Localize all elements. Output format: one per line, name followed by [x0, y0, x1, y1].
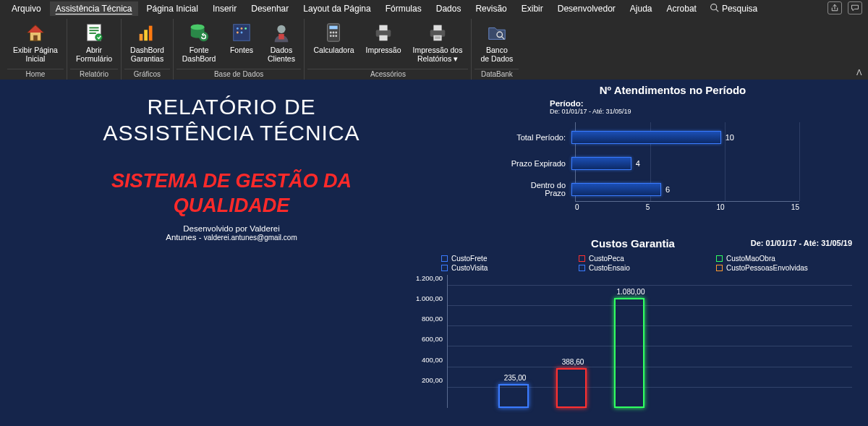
ribbon-btn-label: DashBordGarantias	[130, 46, 164, 63]
author-email: valderei.antunes@gmail.com	[204, 234, 297, 242]
menu-inserir[interactable]: Inserir	[207, 1, 242, 16]
svg-rect-36	[435, 37, 441, 38]
tick: 10	[717, 203, 725, 211]
search-icon	[710, 3, 719, 14]
bar-chart-icon	[135, 21, 158, 44]
svg-point-7	[95, 34, 102, 41]
ribbon-group-databank: Bancode Dados DataBank	[472, 19, 522, 80]
svg-point-29	[336, 35, 338, 37]
collapse-ribbon-button[interactable]: ᐱ	[856, 68, 862, 77]
ribbon-group-graficos: DashBordGarantias Gráficos	[122, 19, 174, 80]
svg-rect-32	[379, 35, 387, 41]
svg-rect-23	[330, 26, 338, 30]
ribbon-group-label: Gráficos	[124, 69, 170, 80]
svg-rect-8	[140, 34, 143, 41]
report-subtitle: SISTEMA DE GESTÃO DA QUALIDADE	[43, 169, 420, 218]
svg-point-24	[330, 32, 332, 34]
bar-category: Prazo Expirado	[492, 159, 571, 168]
ribbon-group-base-de-dados: FonteDashBord Fontes DadosClientes Base …	[174, 19, 305, 80]
menu-bar: Arquivo Assistência Técnica Página Inici…	[0, 0, 868, 17]
dashbord-garantias-button[interactable]: DashBordGarantias	[124, 19, 170, 69]
tick: 0	[575, 203, 579, 211]
svg-rect-2	[33, 35, 38, 41]
ribbon-group-label: Base de Dados	[176, 69, 302, 80]
tick: 5	[646, 203, 650, 211]
ytick: 600,00	[405, 335, 443, 343]
legend-swatch	[441, 265, 448, 271]
svg-rect-31	[379, 25, 387, 31]
fonts-icon	[230, 21, 253, 44]
legend-label: CustoFrete	[451, 255, 487, 263]
svg-point-27	[330, 35, 332, 37]
legend-label: CustoPessoasEnvolvidas	[726, 264, 808, 272]
report-title-block: RELATÓRIO DE ASSISTÊNCIA TÉCNICA SISTEMA…	[43, 94, 420, 242]
tell-me-search[interactable]: Pesquisa	[705, 3, 762, 14]
search-label: Pesquisa	[722, 4, 757, 14]
bar-value: 10	[726, 133, 734, 142]
fonte-dashbord-button[interactable]: FonteDashBord	[176, 19, 222, 69]
report-subtitle-line1: SISTEMA DE GESTÃO DA	[111, 170, 352, 192]
bar-value: 4	[636, 159, 640, 168]
ribbon-group-home: Exibir PáginaInicial Home	[4, 19, 67, 80]
menu-acrobat[interactable]: Acrobat	[661, 1, 702, 16]
legend-swatch	[716, 255, 723, 262]
bar-value-label: 235,00	[493, 374, 537, 382]
chart1-x-ticks: 0 5 10 15	[575, 203, 799, 211]
home-icon	[24, 21, 47, 44]
fontes-button[interactable]: Fontes	[221, 19, 261, 69]
ribbon-group-acessorios: Calculadora Impressão Impressão dosRelat…	[305, 19, 472, 80]
ribbon-btn-label: Impressão	[366, 46, 401, 54]
menu-formulas[interactable]: Fórmulas	[380, 1, 427, 16]
chart1-bar-expirado: Prazo Expirado 4	[492, 154, 825, 173]
ribbon-btn-label: FonteDashBord	[182, 46, 216, 63]
menu-assistencia-tecnica[interactable]: Assistência Técnica	[50, 1, 138, 16]
calculadora-button[interactable]: Calculadora	[307, 19, 359, 69]
report-title-line2: ASSISTÊNCIA TÉCNICA	[103, 121, 359, 145]
ribbon-btn-label: DadosClientes	[268, 46, 295, 63]
report-workspace: RELATÓRIO DE ASSISTÊNCIA TÉCNICA SISTEMA…	[0, 80, 868, 426]
menu-layout-pagina[interactable]: Layout da Página	[297, 1, 376, 16]
legend-label: CustoPeca	[589, 255, 624, 263]
svg-point-25	[333, 32, 335, 34]
abrir-formulario-button[interactable]: AbrirFormulário	[70, 19, 118, 69]
ribbon-btn-label: Impressão dosRelatórios ▾	[413, 46, 463, 63]
svg-point-26	[336, 32, 338, 34]
bar-value: 6	[665, 185, 670, 194]
svg-point-12	[191, 25, 205, 30]
svg-point-28	[333, 35, 335, 37]
chart-atendimentos: Nº Atendimentos no Período Período: De: …	[492, 84, 854, 223]
exibir-pagina-inicial-button[interactable]: Exibir PáginaInicial	[7, 19, 64, 69]
bar	[571, 131, 721, 144]
bar	[571, 157, 631, 170]
ribbon: Exibir PáginaInicial Home AbrirFormulári…	[0, 17, 868, 80]
menu-dados[interactable]: Dados	[430, 1, 467, 16]
svg-rect-10	[149, 26, 153, 41]
impressao-button[interactable]: Impressão	[360, 19, 407, 69]
menu-pagina-inicial[interactable]: Página Inicial	[141, 1, 204, 16]
svg-rect-34	[433, 25, 441, 31]
dados-clientes-button[interactable]: DadosClientes	[261, 19, 301, 69]
col-bar-frete: 235,00	[498, 384, 529, 408]
share-button[interactable]	[827, 1, 842, 14]
legend-label: CustoVisita	[451, 264, 488, 272]
ribbon-group-label: Home	[7, 69, 64, 80]
menu-desenvolvedor[interactable]: Desenvolvedor	[552, 1, 621, 16]
svg-rect-9	[145, 30, 148, 41]
printer-icon	[372, 21, 395, 44]
comments-button[interactable]	[848, 1, 862, 14]
menu-desenhar[interactable]: Desenhar	[245, 1, 294, 16]
banco-de-dados-button[interactable]: Bancode Dados	[475, 19, 519, 69]
ribbon-btn-label: Bancode Dados	[480, 46, 513, 63]
chart1-period-value: De: 01/01/17 - Até: 31/05/19	[550, 108, 854, 115]
legend-label: CustoEnsaio	[589, 264, 630, 272]
menu-exibir[interactable]: Exibir	[516, 1, 549, 16]
ribbon-group-relatorio: AbrirFormulário Relatório	[67, 19, 122, 80]
svg-point-20	[277, 25, 285, 33]
menu-arquivo[interactable]: Arquivo	[6, 1, 47, 16]
menu-ajuda[interactable]: Ajuda	[624, 1, 658, 16]
ribbon-group-label: Acessórios	[307, 69, 468, 80]
menu-revisao[interactable]: Revisão	[469, 1, 512, 16]
ribbon-group-label: DataBank	[475, 69, 519, 80]
svg-point-19	[241, 32, 243, 34]
impressao-relatorios-button[interactable]: Impressão dosRelatórios ▾	[407, 19, 469, 69]
